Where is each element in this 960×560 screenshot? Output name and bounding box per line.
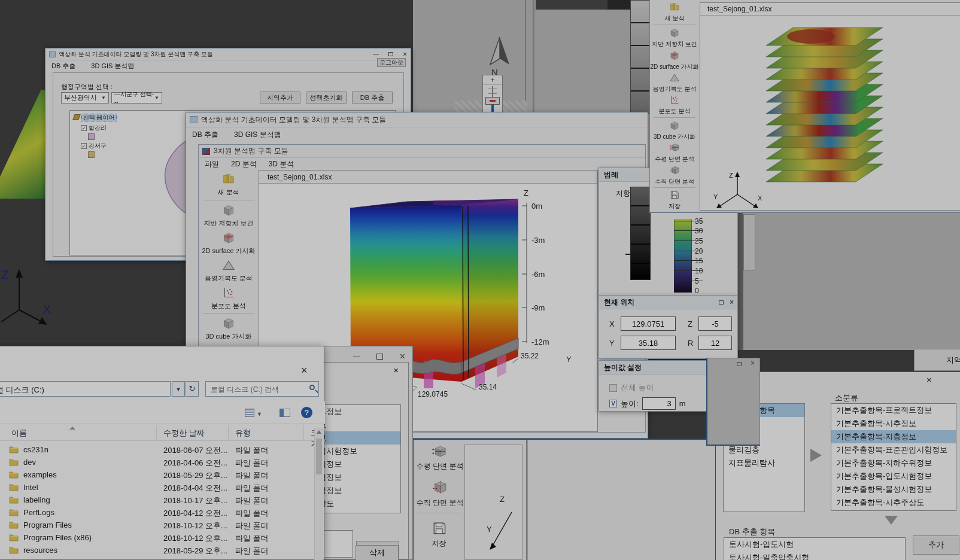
menu-db-extract[interactable]: DB 추출	[192, 130, 218, 139]
z-field[interactable]: -5	[698, 316, 732, 331]
close-button[interactable]: ×	[400, 351, 405, 362]
search-icon[interactable]	[309, 385, 315, 390]
column-date[interactable]: 수정한 날짜	[163, 428, 205, 439]
address-dropdown-icon[interactable]: ▼	[172, 381, 185, 397]
view-tab[interactable]: test_Sejong_01.xlsx	[259, 171, 597, 184]
file-row[interactable]: dev2018-04-06 오전...파일 폴더	[0, 456, 314, 468]
city-combo[interactable]: 부산광역시▼	[61, 92, 109, 104]
file-row[interactable]: resources2018-05-29 오후...파일 폴더	[0, 544, 314, 556]
interpolation-button[interactable]: 지반 저항치 보간	[650, 26, 699, 48]
logout-button[interactable]: 로그아웃	[377, 58, 406, 67]
slider-handle[interactable]	[485, 97, 500, 105]
close-button[interactable]: ×	[393, 365, 399, 375]
menu-3d-gis[interactable]: 3D GIS 분석맵	[234, 130, 281, 139]
menu-3d-analysis[interactable]: 3D 분석	[269, 159, 294, 169]
v-section-button[interactable]: 수직 단면 분석	[414, 474, 464, 512]
search-box[interactable]: 로컬 디스크 (C:) 검색	[205, 381, 319, 397]
list-view-icon[interactable]	[245, 409, 254, 417]
preview-pane-icon[interactable]	[280, 409, 290, 417]
list-item[interactable]: 기본추출항목-물성시험정보	[831, 483, 956, 496]
tree-item-gangseogu[interactable]: ✓ 강서구	[81, 142, 117, 150]
column-type[interactable]: 유형	[235, 428, 251, 439]
list-item[interactable]: 토사시험-일축압축시험	[724, 551, 905, 560]
scrollbar[interactable]	[743, 214, 755, 271]
cube-3d-button[interactable]: 3D cube 가시화	[199, 315, 259, 342]
file-row[interactable]: labeling2018-10-17 오후...파일 폴더	[0, 494, 314, 506]
menu-db-extract[interactable]: DB 추출	[51, 62, 75, 69]
distribution-button[interactable]: 분포도 분석	[650, 94, 699, 116]
list-item[interactable]: 기본추출항목-입도시험정보	[831, 470, 956, 483]
file-row[interactable]: PerfLogs2018-04-12 오전...파일 폴더	[0, 506, 314, 519]
add-region-button[interactable]: 지역추가	[260, 92, 300, 104]
h-section-button[interactable]: 수평 단면 분석	[650, 142, 699, 164]
new-analysis-button[interactable]: 새 분석	[199, 170, 259, 199]
help-icon[interactable]: ?	[301, 407, 312, 418]
maximize-button[interactable]	[388, 52, 393, 56]
surface-2d-button[interactable]: 2D surface 가시화	[650, 49, 699, 71]
transfer-down-icon[interactable]	[885, 516, 898, 525]
file-row[interactable]: Temp2018-09-09 오전...파일 폴더	[0, 556, 314, 560]
hillshade-button[interactable]: 음영기복도 분석	[199, 257, 259, 284]
new-analysis-button[interactable]: 새 분석	[650, 0, 699, 23]
tree-item-hapgangri[interactable]: ✓ 합강리	[81, 124, 117, 132]
pin-icon[interactable]	[719, 300, 724, 305]
close-icon[interactable]: ×	[751, 359, 755, 367]
file-row[interactable]: examples2018-05-29 오후...파일 폴더	[0, 468, 314, 481]
list-item[interactable]: 기본추출항목-시추정보	[831, 417, 956, 430]
height-field[interactable]: 3	[642, 397, 676, 410]
pin-icon[interactable]	[737, 362, 742, 366]
maximize-button[interactable]	[376, 354, 383, 360]
r-field[interactable]: 12	[698, 336, 732, 350]
db-items-list[interactable]: 토사시험-입도시험 토사시험-일축압축시험	[724, 537, 906, 560]
child-titlebar[interactable]: 3차원 분석맵 구축 모듈	[199, 145, 645, 158]
close-button[interactable]: ×	[926, 375, 932, 385]
cube-3d-button[interactable]: 3D cube 가시화	[650, 119, 699, 141]
address-bar[interactable]: 로컬 디스크 (C:)	[0, 381, 171, 397]
save-button[interactable]: 저장	[414, 515, 464, 554]
list-item[interactable]: 지표물리탐사	[724, 456, 804, 470]
scroll-up-icon[interactable]	[317, 430, 321, 434]
h-section-button[interactable]: 수평 단면 분석	[414, 440, 464, 474]
region-add-button-background[interactable]: 지역추가	[914, 349, 960, 371]
file-row[interactable]: Intel2018-04-04 오전...파일 폴더	[0, 481, 314, 494]
x-field[interactable]: 129.0751	[621, 316, 676, 331]
list-item[interactable]: 기본추출항목-프로젝트정보	[831, 404, 956, 417]
list-item[interactable]: 기본추출항목-표준관입시험정보	[831, 443, 956, 456]
reset-selection-button[interactable]: 선택초기화	[306, 92, 347, 104]
file-row[interactable]: Program Files2018-10-12 오후...파일 폴더	[0, 519, 314, 531]
view-dropdown-icon[interactable]: ▼	[257, 411, 262, 417]
transfer-right-icon[interactable]	[810, 449, 822, 462]
menu-3d-gis[interactable]: 3D GIS 분석맵	[91, 62, 134, 69]
view-tab[interactable]: test_Sejong_01.xlsx	[700, 3, 960, 16]
scrollbar[interactable]	[314, 428, 323, 560]
close-icon[interactable]: ×	[730, 298, 734, 306]
list-item[interactable]: 토사시험-입도시험	[724, 538, 905, 551]
titlebar[interactable]: 액상화 분석 기초데이터 모델링 및 3차원 분석맵 구축 모듈 ×	[45, 48, 411, 60]
tree-root[interactable]: 선택 레이어	[74, 114, 117, 122]
zoom-in-button[interactable]: +	[483, 75, 502, 85]
file-row[interactable]: Program Files (x86)2018-10-12 오후...파일 폴더	[0, 531, 314, 544]
layer-stack-view[interactable]	[748, 19, 928, 210]
checkbox-checked[interactable]: ✓	[81, 143, 87, 149]
surface-2d-button[interactable]: 2D surface 가시화	[199, 229, 259, 257]
y-field[interactable]: 35.18	[621, 336, 676, 350]
add-button[interactable]: 추가	[913, 535, 959, 555]
list-item[interactable]: 기본추출항목-지하수위정보	[831, 456, 956, 470]
distribution-button[interactable]: 분포도 분석	[199, 284, 259, 312]
file-row[interactable]: cs231n2018-06-07 오전...파일 폴더	[0, 443, 314, 456]
menu-2d-analysis[interactable]: 2D 분석	[231, 159, 257, 169]
map-zoom-slider[interactable]: +	[482, 75, 503, 115]
save-button[interactable]: 저장	[650, 189, 699, 210]
close-button[interactable]: ×	[301, 364, 308, 377]
refresh-icon[interactable]: ↻	[186, 381, 199, 397]
menu-file[interactable]: 파일	[205, 159, 219, 169]
list-item[interactable]: 기본추출항목-시추주상도	[831, 496, 956, 509]
total-height-checkbox[interactable]	[609, 384, 617, 392]
close-button[interactable]: ×	[403, 51, 407, 58]
interpolation-button[interactable]: 지반 저항치 보간	[199, 202, 259, 229]
delete-button[interactable]: 삭제	[356, 545, 399, 560]
titlebar[interactable]: 액상화 분석 기초데이터 모델링 및 3차원 분석맵 구축 모듈	[186, 112, 648, 127]
hillshade-button[interactable]: 음영기복도 분석	[650, 71, 699, 93]
list-item[interactable]: 기본추출항목-지층정보	[831, 430, 956, 443]
district-combo[interactable]: ---시군구 선택---▼	[111, 92, 162, 104]
